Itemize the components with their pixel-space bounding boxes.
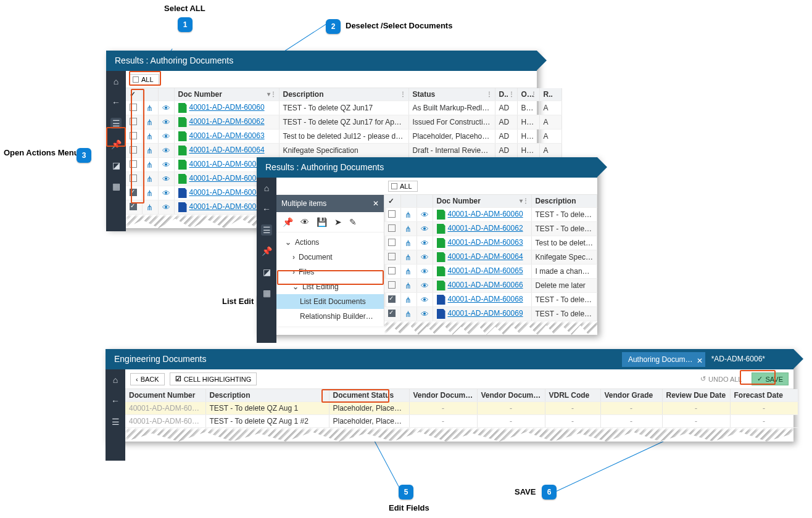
cell-empty[interactable]: -: [730, 415, 798, 428]
cell-status[interactable]: Placeholder, Placeho…: [329, 415, 409, 428]
col-check[interactable]: ✓: [126, 88, 142, 101]
table-row[interactable]: ⋔👁40001-AD-ADM-60060TEST - To delete QZ …: [126, 101, 561, 115]
col-d[interactable]: D..⋮: [495, 88, 517, 101]
cell-empty[interactable]: -: [662, 402, 730, 415]
row-checkbox[interactable]: [126, 172, 142, 186]
cell-highlighting-button[interactable]: ☑ CELL HIGHLIGHTING: [170, 372, 257, 385]
cell-docnum[interactable]: 40001-AD-ADM-60063: [174, 130, 279, 144]
table-row[interactable]: ⋔👁40001-AD-ADM-60068TEST - To delete…: [384, 293, 597, 307]
eye-icon[interactable]: 👁: [416, 208, 433, 222]
doc-link[interactable]: 40001-AD-ADM-60062: [189, 117, 265, 126]
eye-icon[interactable]: 👁: [416, 307, 433, 321]
row-checkbox[interactable]: [384, 250, 400, 265]
eye-icon[interactable]: 👁: [158, 130, 174, 144]
row-checkbox[interactable]: [384, 208, 400, 222]
nav-icon[interactable]: ⋔: [142, 158, 158, 172]
col-docnum[interactable]: Doc Number▾⋮: [174, 88, 279, 101]
cell-docnum[interactable]: 40001-AD-ADM-60064: [174, 144, 279, 158]
cell-docnum[interactable]: 40001-AD-ADM-60064: [433, 250, 531, 265]
doc-link[interactable]: 40001-AD-ADM-60065: [448, 266, 523, 275]
col-docnum[interactable]: Document Number: [125, 389, 205, 402]
cell-docnum[interactable]: 40001-AD-ADM-60068: [433, 293, 531, 307]
nav-icon[interactable]: ⋔: [400, 222, 416, 236]
cell-docnum[interactable]: 40001-AD-ADM-60069: [433, 307, 531, 321]
row-checkbox[interactable]: [126, 200, 142, 215]
eye-icon[interactable]: 👁: [300, 217, 309, 227]
cell-docnum[interactable]: 40001-AD-ADM-60066: [433, 279, 531, 293]
table-row[interactable]: ⋔👁40001-AD-ADM-60069TEST - To delete Q…: [384, 307, 597, 321]
filter-icon[interactable]: ▾⋮: [267, 91, 276, 97]
row-checkbox[interactable]: [126, 130, 142, 144]
eye-icon[interactable]: 👁: [158, 200, 174, 215]
doc-link[interactable]: 40001-AD-ADM-60060: [189, 103, 265, 112]
table-row[interactable]: ⋔👁40001-AD-ADM-60062TEST - To delete…: [384, 222, 597, 236]
doc-link[interactable]: 40001-AD-ADM-60060: [448, 210, 523, 218]
nav-icon[interactable]: ⋔: [400, 293, 416, 307]
menu-list-editing[interactable]: List Editing: [276, 279, 384, 294]
col-vdoc1[interactable]: Vendor Documen…: [409, 389, 477, 402]
doc-link[interactable]: 40001-AD-ADM-60063: [189, 131, 265, 140]
col-status[interactable]: Document Status: [329, 389, 409, 402]
save-button[interactable]: ✓ SAVE: [752, 372, 789, 385]
row-checkbox[interactable]: [384, 293, 400, 307]
menu-document[interactable]: Document: [276, 250, 384, 265]
menu-list-edit-documents[interactable]: List Edit Documents: [276, 294, 384, 309]
tray-icon[interactable]: ◪: [110, 160, 122, 171]
cell-desc[interactable]: TEST - To delete QZ Aug 1 #2: [205, 415, 329, 428]
cell-status[interactable]: Placeholder, Placeho…: [329, 402, 409, 415]
nav-icon[interactable]: ⋔: [142, 172, 158, 186]
list-icon[interactable]: ☰: [261, 224, 272, 236]
nav-icon[interactable]: ⋔: [400, 307, 416, 321]
table-row[interactable]: ⋔👁40001-AD-ADM-60066Delete me later: [384, 279, 597, 293]
row-checkbox[interactable]: [126, 158, 142, 172]
table-row[interactable]: ⋔👁40001-AD-ADM-60064Knifegate Specifi…: [384, 250, 597, 265]
back-icon[interactable]: ←: [110, 395, 121, 406]
undo-all-button[interactable]: ↺ UNDO ALL: [695, 373, 747, 385]
table-row[interactable]: ⋔👁40001-AD-ADM-60063Test to be deleted J…: [126, 130, 561, 144]
nav-icon[interactable]: ⋔: [142, 115, 158, 130]
close-icon[interactable]: ✕: [697, 353, 703, 368]
select-all-button[interactable]: ALL: [130, 74, 159, 85]
doc-link[interactable]: 40001-AD-ADM-60068: [448, 295, 523, 303]
cell-empty[interactable]: -: [600, 415, 662, 428]
cell-empty[interactable]: -: [600, 402, 662, 415]
doc-link[interactable]: 40001-AD-ADM-60066: [448, 281, 523, 289]
pin-icon[interactable]: 📌: [261, 245, 272, 257]
eye-icon[interactable]: 👁: [158, 186, 174, 200]
table-row[interactable]: ⋔👁40001-AD-ADM-60062TEST - To delete QZ …: [126, 115, 561, 130]
table-row[interactable]: ⋔👁40001-AD-ADM-60063Test to be deleted…: [384, 236, 597, 250]
menu-actions[interactable]: Actions: [276, 235, 384, 250]
col-vdoc2[interactable]: Vendor Documen…: [477, 389, 545, 402]
save-icon[interactable]: 💾: [317, 217, 327, 227]
cell-docnum[interactable]: 40001-AD-ADM-60062: [174, 115, 279, 130]
nav-icon[interactable]: ⋔: [142, 144, 158, 158]
eye-icon[interactable]: 👁: [416, 279, 433, 293]
doc-link[interactable]: 40001-AD-ADM-60063: [448, 238, 523, 247]
doc-link[interactable]: 40001-AD-ADM-60064: [448, 252, 523, 261]
nav-icon[interactable]: ⋔: [400, 265, 416, 279]
table-row[interactable]: 40001-AD-ADM-60068 TEST - To delete QZ A…: [125, 402, 798, 415]
table-row[interactable]: 40001-AD-ADM-60069 TEST - To delete QZ A…: [125, 415, 798, 428]
home-icon[interactable]: ⌂: [110, 76, 122, 87]
back-icon[interactable]: ←: [261, 204, 272, 215]
nav-icon[interactable]: ⋔: [142, 200, 158, 215]
doc-link[interactable]: 40001-AD-ADM-60064: [189, 146, 265, 154]
eye-icon[interactable]: 👁: [158, 144, 174, 158]
cell-empty[interactable]: -: [409, 415, 477, 428]
back-icon[interactable]: ←: [110, 97, 122, 108]
table-row[interactable]: ⋔👁40001-AD-ADM-60064Knifegate Specificat…: [126, 144, 561, 158]
nav-icon[interactable]: ⋔: [400, 208, 416, 222]
row-checkbox[interactable]: [384, 265, 400, 279]
menu-relationship-builder[interactable]: Relationship Builder…: [276, 309, 384, 324]
eye-icon[interactable]: 👁: [158, 158, 174, 172]
cell-docnum[interactable]: 40001-AD-ADM-60060: [174, 101, 279, 115]
doc-link[interactable]: 40001-AD-ADM-60068: [189, 188, 265, 197]
pin-icon[interactable]: 📌: [110, 139, 122, 150]
table-row[interactable]: ⋔👁40001-AD-ADM-60065I made a change…: [384, 265, 597, 279]
col-status[interactable]: Status⋮: [408, 88, 495, 101]
table-row[interactable]: ⋔👁40001-AD-ADM-60060TEST - To delete Q…: [384, 208, 597, 222]
doc-link[interactable]: 40001-AD-ADM-60065: [189, 160, 265, 168]
select-all-button[interactable]: ALL: [388, 181, 418, 192]
menu-files[interactable]: Files: [276, 265, 384, 279]
cell-desc[interactable]: TEST - To delete QZ Aug 1: [205, 402, 329, 415]
